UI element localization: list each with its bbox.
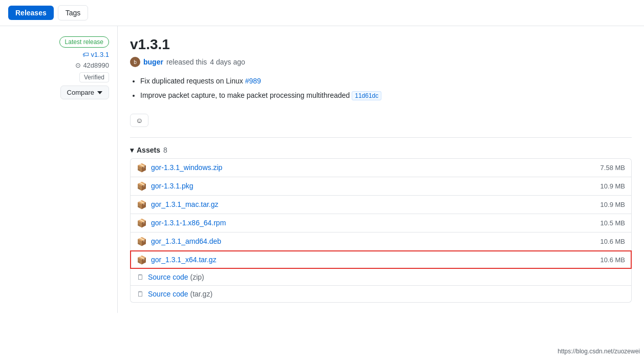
- asset-file-icon-5: 📦: [137, 255, 147, 265]
- note-text-1: Fix duplicated requests on Linux: [140, 77, 245, 85]
- asset-file-icon-2: 📦: [137, 200, 147, 209]
- sidebar-commit-hash: 42d8990: [83, 61, 109, 69]
- sidebar-tag[interactable]: 🏷 v1.3.1: [82, 51, 109, 58]
- asset-file-icon-4: 📦: [137, 237, 147, 246]
- chevron-down-icon: [97, 91, 102, 94]
- commit-icon: ⊙: [75, 61, 81, 69]
- sidebar-commit: ⊙ 42d8990: [75, 61, 109, 69]
- note-text-2: Improve packet capture, to make packet p…: [140, 91, 352, 99]
- asset-size-4: 10.6 MB: [600, 238, 625, 245]
- assets-label: Assets: [137, 146, 160, 154]
- top-tabs-bar: Releases Tags: [0, 0, 644, 26]
- asset-link-1[interactable]: 📦 gor-1.3.1.pkg: [137, 181, 194, 191]
- asset-row-1: 📦 gor-1.3.1.pkg 10.9 MB: [130, 177, 632, 195]
- verified-badge: Verified: [79, 72, 109, 82]
- asset-link-5[interactable]: 📦 gor_1.3.1_x64.tar.gz: [137, 255, 217, 265]
- sidebar-tag-label: v1.3.1: [91, 51, 109, 58]
- asset-filename-5: gor_1.3.1_x64.tar.gz: [151, 256, 217, 264]
- tags-tab[interactable]: Tags: [58, 5, 89, 20]
- release-time-ago: 4 days ago: [210, 58, 245, 66]
- emoji-reaction-bar[interactable]: ☺: [130, 114, 148, 127]
- sidebar: Latest release 🏷 v1.3.1 ⊙ 42d8990 Verifi…: [0, 26, 118, 313]
- asset-size-2: 10.9 MB: [600, 201, 625, 208]
- asset-filename-1: gor-1.3.1.pkg: [151, 182, 194, 190]
- asset-link-4[interactable]: 📦 gor_1.3.1_amd64.deb: [137, 237, 221, 246]
- compare-label: Compare: [67, 89, 94, 96]
- tag-icon: 🏷: [82, 51, 89, 58]
- source-code-row-1: 🗒 Source code (tar.gz): [130, 286, 632, 303]
- asset-size-1: 10.9 MB: [600, 182, 625, 190]
- release-notes: Fix duplicated requests on Linux #989 Im…: [130, 75, 632, 101]
- asset-row-5: 📦 gor_1.3.1_x64.tar.gz 10.6 MB: [130, 250, 632, 269]
- compare-button[interactable]: Compare: [60, 86, 109, 99]
- asset-filename-0: gor-1.3.1_windows.zip: [151, 163, 222, 172]
- source-code-icon-1: 🗒: [137, 290, 144, 298]
- release-note-item-1: Fix duplicated requests on Linux #989: [140, 75, 632, 87]
- assets-count: 8: [163, 146, 167, 154]
- avatar: b: [130, 57, 140, 67]
- asset-size-3: 10.5 MB: [600, 219, 625, 227]
- asset-row-4: 📦 gor_1.3.1_amd64.deb 10.6 MB: [130, 232, 632, 250]
- smiley-icon: ☺: [136, 116, 143, 124]
- commit-link-11d61dc[interactable]: 11d61dc: [352, 91, 381, 100]
- asset-size-0: 7.58 MB: [600, 164, 625, 172]
- asset-file-icon-3: 📦: [137, 218, 147, 228]
- asset-link-2[interactable]: 📦 gor_1.3.1_mac.tar.gz: [137, 200, 219, 209]
- asset-file-icon-0: 📦: [137, 163, 147, 173]
- assets-triangle-icon: ▾: [130, 146, 134, 154]
- asset-link-0[interactable]: 📦 gor-1.3.1_windows.zip: [137, 163, 222, 173]
- release-meta-text: released this: [166, 58, 207, 66]
- source-code-link-1[interactable]: 🗒 Source code (tar.gz): [137, 290, 212, 298]
- latest-release-badge: Latest release: [59, 36, 109, 48]
- source-code-icon-0: 🗒: [137, 273, 144, 281]
- assets-list: 📦 gor-1.3.1_windows.zip 7.58 MB 📦 gor-1.…: [130, 158, 632, 303]
- main-content: v1.3.1 b buger released this 4 days ago …: [118, 26, 644, 313]
- source-code-label-1: Source code (tar.gz): [148, 290, 212, 298]
- release-meta: b buger released this 4 days ago: [130, 57, 632, 67]
- release-title: v1.3.1: [130, 36, 632, 53]
- asset-row-3: 📦 gor-1.3.1-1.x86_64.rpm 10.5 MB: [130, 214, 632, 232]
- content-area: Latest release 🏷 v1.3.1 ⊙ 42d8990 Verifi…: [0, 26, 644, 313]
- asset-link-3[interactable]: 📦 gor-1.3.1-1.x86_64.rpm: [137, 218, 226, 228]
- asset-filename-3: gor-1.3.1-1.x86_64.rpm: [151, 219, 226, 227]
- issue-link-989[interactable]: #989: [245, 77, 261, 85]
- asset-filename-2: gor_1.3.1_mac.tar.gz: [151, 200, 219, 208]
- assets-header: ▾ Assets 8: [130, 146, 632, 154]
- source-code-link-0[interactable]: 🗒 Source code (zip): [137, 273, 204, 281]
- source-code-row-0: 🗒 Source code (zip): [130, 269, 632, 286]
- asset-row-0: 📦 gor-1.3.1_windows.zip 7.58 MB: [130, 158, 632, 177]
- releases-tab[interactable]: Releases: [8, 6, 54, 20]
- source-code-label-0: Source code (zip): [148, 273, 204, 281]
- assets-section: ▾ Assets 8 📦 gor-1.3.1_windows.zip 7.58 …: [130, 137, 632, 303]
- asset-filename-4: gor_1.3.1_amd64.deb: [151, 237, 221, 245]
- release-author[interactable]: buger: [143, 58, 163, 66]
- asset-size-5: 10.6 MB: [600, 256, 625, 264]
- asset-file-icon-1: 📦: [137, 181, 147, 191]
- asset-row-2: 📦 gor_1.3.1_mac.tar.gz 10.9 MB: [130, 195, 632, 214]
- release-note-item-2: Improve packet capture, to make packet p…: [140, 90, 632, 101]
